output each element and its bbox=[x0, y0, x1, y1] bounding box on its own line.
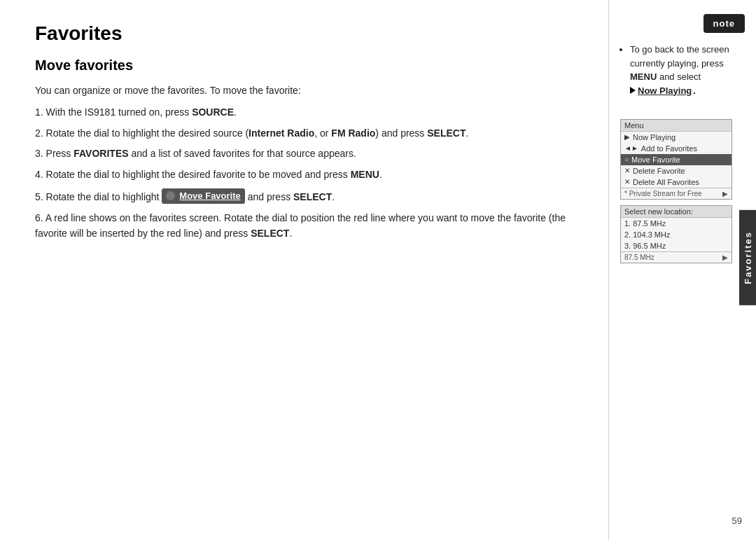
select-row-2: 2. 104.3 MHz bbox=[621, 229, 732, 240]
select-footer-right: ▶ bbox=[722, 254, 728, 261]
menu-row-4-icon: ✕ bbox=[624, 167, 630, 174]
select-row-2-label: 2. 104.3 MHz bbox=[624, 230, 670, 239]
step-2-text: 2. Rotate the dial to highlight the desi… bbox=[35, 127, 468, 139]
select-row-3: 3. 96.5 MHz bbox=[621, 240, 732, 251]
menu-row-2-icon: ◄► bbox=[624, 144, 638, 152]
step-1-num: 1. With the IS9181 turned on, press SOUR… bbox=[35, 106, 237, 118]
screen-mockups: Menu ▶ Now Playing ◄► Add to Favorites ○… bbox=[620, 119, 732, 263]
step-4-bold: MENU bbox=[351, 169, 379, 180]
step-1-bold: SOURCE bbox=[192, 106, 234, 118]
select-screen-footer: 87.5 MHz ▶ bbox=[621, 251, 732, 263]
page-number: 59 bbox=[732, 515, 742, 526]
step-4: 4. Rotate the dial to highlight the desi… bbox=[35, 167, 580, 183]
right-sidebar: note To go back to the screen currently … bbox=[609, 0, 756, 540]
menu-row-2-label: Add to Favorites bbox=[641, 144, 697, 153]
step-5: 5. Rotate the dial to highlight Move Fav… bbox=[35, 188, 580, 205]
now-playing-period: . bbox=[693, 84, 696, 98]
section-title: Move favorites bbox=[35, 57, 580, 74]
note-box: note bbox=[704, 14, 745, 33]
select-row-1-label: 1. 87.5 MHz bbox=[624, 219, 666, 228]
note-menu-bold: MENU bbox=[630, 71, 657, 82]
move-fav-icon bbox=[166, 191, 175, 200]
menu-row-4: ✕ Delete Favorite bbox=[621, 165, 732, 176]
steps-list: 1. With the IS9181 turned on, press SOUR… bbox=[35, 105, 580, 241]
note-label: note bbox=[713, 18, 735, 29]
menu-row-5-label: Delete All Favorites bbox=[633, 178, 699, 186]
step-2: 2. Rotate the dial to highlight the desi… bbox=[35, 126, 580, 141]
note-and-select: and select bbox=[659, 71, 701, 82]
select-screen-header: Select new location: bbox=[621, 206, 732, 218]
step-6-text: 6. A red line shows on the favorites scr… bbox=[35, 212, 566, 239]
menu-row-3: ○ Move Favorite bbox=[621, 154, 732, 165]
select-screen: Select new location: 1. 87.5 MHz 2. 104.… bbox=[620, 205, 732, 263]
step-5-text: 5. Rotate the dial to highlight Move Fav… bbox=[35, 191, 335, 202]
step-4-text: 4. Rotate the dial to highlight the desi… bbox=[35, 169, 382, 180]
step-5-bold: SELECT bbox=[293, 191, 332, 202]
step-6: 6. A red line shows on the favorites scr… bbox=[35, 211, 580, 241]
note-item: To go back to the screen currently playi… bbox=[630, 43, 745, 98]
select-row-3-label: 3. 96.5 MHz bbox=[624, 242, 666, 250]
step-6-bold: SELECT bbox=[251, 228, 289, 239]
menu-row-2: ◄► Add to Favorites bbox=[621, 143, 732, 154]
menu-footer-right: ▶ bbox=[722, 190, 728, 198]
select-row-1: 1. 87.5 MHz bbox=[621, 218, 732, 229]
tab-label: Favorites bbox=[739, 210, 756, 305]
page-title: Favorites bbox=[35, 22, 580, 45]
step-2-bold1: Internet Radio bbox=[248, 127, 314, 139]
now-playing-text: Now Playing bbox=[638, 84, 692, 98]
menu-screen-header: Menu bbox=[621, 120, 732, 132]
step-2-bold3: SELECT bbox=[427, 127, 465, 139]
now-playing-arrow-icon bbox=[630, 87, 636, 94]
menu-row-4-label: Delete Favorite bbox=[633, 167, 685, 175]
menu-screen: Menu ▶ Now Playing ◄► Add to Favorites ○… bbox=[620, 119, 732, 200]
menu-row-5: ✕ Delete All Favorites bbox=[621, 176, 732, 188]
intro-text: You can organize or move the favorites. … bbox=[35, 83, 580, 98]
menu-footer-left: * Private Stream for Free bbox=[624, 190, 702, 198]
menu-row-1-label: Now Playing bbox=[633, 133, 676, 141]
menu-row-3-icon: ○ bbox=[624, 155, 629, 163]
menu-row-1-icon: ▶ bbox=[624, 133, 630, 141]
step-3: 3. Press FAVORITES and a list of saved f… bbox=[35, 146, 580, 162]
select-footer-left: 87.5 MHz bbox=[624, 254, 654, 261]
step-3-text: 3. Press FAVORITES and a list of saved f… bbox=[35, 148, 356, 159]
now-playing-link: Now Playing . bbox=[630, 84, 696, 98]
menu-row-1: ▶ Now Playing bbox=[621, 132, 732, 143]
step-3-bold1: FAVORITES bbox=[74, 148, 128, 159]
note-list: To go back to the screen currently playi… bbox=[620, 43, 745, 98]
note-bullet-text: To go back to the screen currently playi… bbox=[630, 44, 729, 69]
menu-row-3-label: Move Favorite bbox=[631, 155, 680, 164]
note-content: To go back to the screen currently playi… bbox=[620, 43, 745, 98]
menu-screen-footer: * Private Stream for Free ▶ bbox=[621, 188, 732, 199]
move-favorite-button: Move Favorite bbox=[162, 188, 244, 204]
main-content: Favorites Move favorites You can organiz… bbox=[0, 0, 608, 540]
step-1: 1. With the IS9181 turned on, press SOUR… bbox=[35, 105, 580, 120]
move-fav-label: Move Favorite bbox=[179, 189, 240, 203]
step-2-bold2: FM Radio bbox=[331, 127, 375, 139]
menu-row-5-icon: ✕ bbox=[624, 178, 630, 186]
